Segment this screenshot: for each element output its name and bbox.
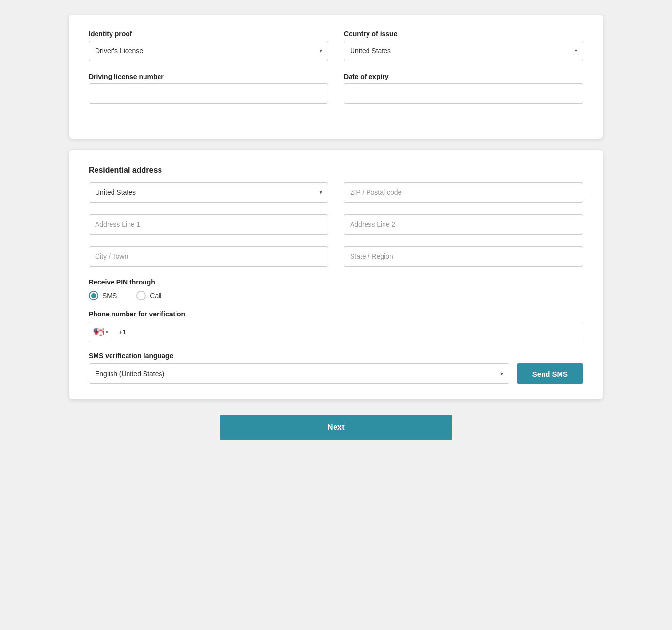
sms-language-section: SMS verification language English (Unite…: [89, 352, 583, 384]
identity-proof-group: Identity proof Driver's License Passport…: [89, 30, 328, 61]
driving-license-number-input[interactable]: [89, 83, 328, 104]
phone-input-wrapper: 🇺🇸 ▾: [89, 322, 583, 342]
sms-radio-option[interactable]: SMS: [89, 291, 117, 300]
identity-proof-select[interactable]: Driver's License Passport National ID: [89, 41, 328, 61]
receive-pin-radio-group: SMS Call: [89, 291, 583, 300]
sms-radio[interactable]: [89, 291, 98, 300]
address-line1-input[interactable]: [89, 214, 328, 235]
send-sms-button[interactable]: Send SMS: [517, 363, 583, 384]
sms-label: SMS: [102, 292, 117, 299]
state-group: [344, 246, 583, 267]
residential-address-card: Residential address United States Canada…: [69, 150, 603, 399]
country-of-issue-label: Country of issue: [344, 30, 583, 38]
driving-license-number-group: Driving license number: [89, 73, 328, 104]
identity-proof-select-wrapper: Driver's License Passport National ID ▾: [89, 41, 328, 61]
page-container: Identity proof Driver's License Passport…: [69, 15, 603, 440]
call-radio[interactable]: [136, 291, 146, 300]
sms-language-label: SMS verification language: [89, 352, 583, 360]
country-select[interactable]: United States Canada United Kingdom: [89, 182, 328, 203]
phone-number-label: Phone number for verification: [89, 310, 583, 318]
sms-row: English (United States) Spanish French ▾…: [89, 363, 583, 384]
city-input[interactable]: [89, 246, 328, 267]
receive-pin-section: Receive PIN through SMS Call: [89, 278, 583, 300]
phone-flag-select[interactable]: 🇺🇸 ▾: [89, 322, 112, 342]
country-of-issue-select[interactable]: United States Canada United Kingdom: [344, 41, 583, 61]
sms-language-select[interactable]: English (United States) Spanish French: [89, 363, 509, 384]
identity-proof-label: Identity proof: [89, 30, 328, 38]
country-zip-row: United States Canada United Kingdom ▾: [89, 182, 583, 203]
address-line1-group: [89, 214, 328, 235]
city-state-row: [89, 246, 583, 267]
driving-license-number-label: Driving license number: [89, 73, 328, 80]
address-lines-row: [89, 214, 583, 235]
residential-address-title: Residential address: [89, 166, 583, 174]
zip-input[interactable]: [344, 182, 583, 203]
call-label: Call: [150, 292, 161, 299]
address-line2-input[interactable]: [344, 214, 583, 235]
date-of-expiry-label: Date of expiry: [344, 73, 583, 80]
country-of-issue-group: Country of issue United States Canada Un…: [344, 30, 583, 61]
chevron-down-icon: ▾: [106, 330, 108, 335]
call-radio-option[interactable]: Call: [136, 291, 161, 300]
phone-number-input[interactable]: [112, 322, 583, 342]
date-of-expiry-input[interactable]: [344, 83, 583, 104]
address-line2-group: [344, 214, 583, 235]
next-button-container: Next: [69, 415, 603, 440]
next-button[interactable]: Next: [220, 415, 452, 440]
country-select-group: United States Canada United Kingdom ▾: [89, 182, 328, 203]
country-of-issue-select-wrapper: United States Canada United Kingdom ▾: [344, 41, 583, 61]
identity-proof-card: Identity proof Driver's License Passport…: [69, 15, 603, 139]
date-of-expiry-group: Date of expiry: [344, 73, 583, 104]
receive-pin-label: Receive PIN through: [89, 278, 583, 286]
license-details-row: Driving license number Date of expiry: [89, 73, 583, 104]
country-select-wrapper: United States Canada United Kingdom ▾: [89, 182, 328, 203]
identity-proof-row: Identity proof Driver's License Passport…: [89, 30, 583, 61]
us-flag-icon: 🇺🇸: [93, 328, 104, 336]
phone-number-section: Phone number for verification 🇺🇸 ▾: [89, 310, 583, 342]
zip-group: [344, 182, 583, 203]
state-input[interactable]: [344, 246, 583, 267]
city-group: [89, 246, 328, 267]
sms-language-select-wrapper: English (United States) Spanish French ▾: [89, 363, 509, 384]
